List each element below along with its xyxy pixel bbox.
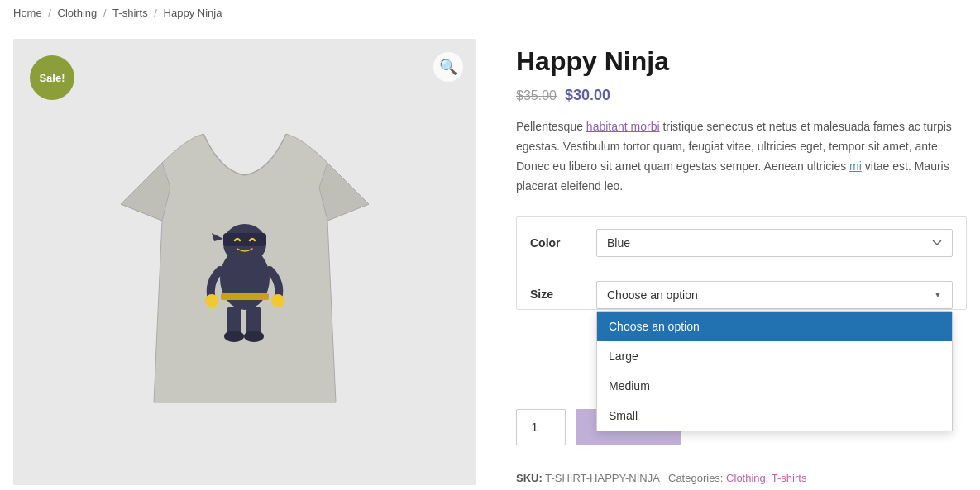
price-sale: $30.00 [565, 87, 610, 104]
product-image-column: Sale! 🔍 [13, 39, 476, 488]
price-row: $35.00 $30.00 [516, 87, 967, 104]
breadcrumb-sep-2: / [103, 7, 109, 19]
svg-point-3 [205, 294, 218, 307]
size-chevron-icon: ▼ [934, 290, 942, 299]
breadcrumb-clothing[interactable]: Clothing [58, 7, 98, 19]
breadcrumb-sep-1: / [48, 7, 54, 19]
product-image-wrapper: Sale! 🔍 [13, 39, 476, 485]
sku-label: SKU: [516, 472, 543, 484]
sku-value: T-SHIRT-HAPPY-NINJA [545, 472, 659, 484]
svg-rect-5 [221, 293, 269, 300]
size-option-small[interactable]: Small [597, 401, 952, 431]
color-label: Color [530, 236, 596, 250]
zoom-icon: 🔍 [439, 58, 457, 76]
quantity-input[interactable]: 1 [516, 409, 566, 445]
size-option-medium[interactable]: Medium [597, 371, 952, 401]
svg-point-8 [224, 331, 244, 342]
categories-label: Categories: [668, 472, 723, 484]
size-option-choose[interactable]: Choose an option [597, 312, 952, 341]
breadcrumb: Home / Clothing / T-shirts / Happy Ninja [0, 0, 980, 26]
zoom-button[interactable]: 🔍 [433, 52, 463, 82]
desc-text-1: Pellentesque [516, 120, 586, 133]
category-link-tshirts[interactable]: T-shirts [772, 472, 807, 484]
product-image [88, 88, 402, 435]
sale-badge: Sale! [30, 55, 74, 100]
breadcrumb-sep-3: / [154, 7, 160, 19]
product-meta: SKU: T-SHIRT-HAPPY-NINJA Categories: Clo… [516, 469, 967, 488]
breadcrumb-current: Happy Ninja [164, 7, 222, 19]
product-details-column: Happy Ninja $35.00 $30.00 Pellentesque h… [516, 39, 967, 488]
size-select-display[interactable]: Choose an option ▼ [596, 281, 953, 309]
variation-table: Color Blue Red Green Black White Size Ch… [516, 216, 967, 310]
size-variation-row: Size Choose an option ▼ Choose an option… [517, 269, 966, 309]
product-description: Pellentesque habitant morbi tristique se… [516, 117, 967, 196]
product-layout: Sale! 🔍 [0, 26, 980, 490]
desc-link-habitant[interactable]: habitant morbi [586, 120, 660, 133]
category-link-clothing[interactable]: Clothing [726, 472, 766, 484]
size-dropdown-list: Choose an option Large Medium Small [596, 311, 953, 431]
color-variation-row: Color Blue Red Green Black White [517, 217, 966, 269]
size-option-large[interactable]: Large [597, 341, 952, 371]
size-label: Size [530, 281, 596, 301]
svg-point-9 [244, 331, 264, 342]
desc-link-mi[interactable]: mi [849, 159, 862, 173]
breadcrumb-home[interactable]: Home [13, 7, 42, 19]
size-selected-value: Choose an option [607, 288, 698, 302]
price-original: $35.00 [516, 88, 557, 103]
svg-point-4 [271, 294, 284, 307]
breadcrumb-tshirts[interactable]: T-shirts [112, 7, 148, 19]
color-select[interactable]: Blue Red Green Black White [596, 229, 953, 257]
product-title: Happy Ninja [516, 45, 967, 77]
size-dropdown-wrapper: Choose an option ▼ Choose an option Larg… [596, 281, 953, 309]
svg-rect-2 [223, 233, 266, 246]
